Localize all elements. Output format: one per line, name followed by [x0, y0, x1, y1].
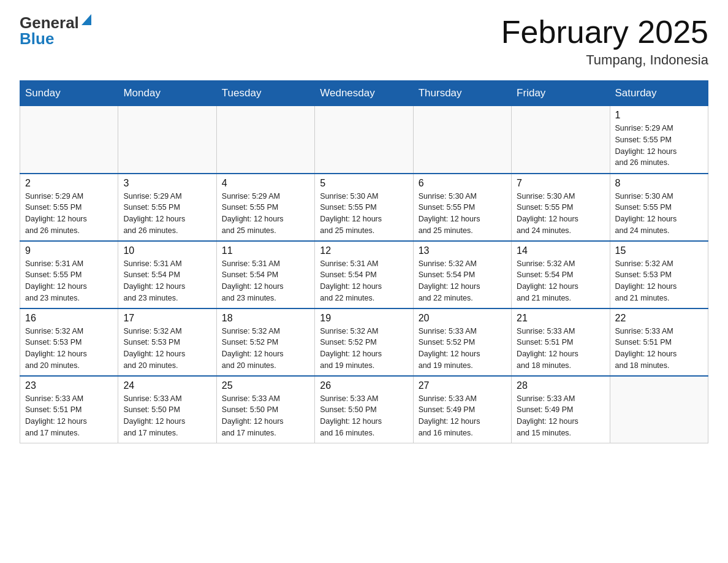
table-row: 25Sunrise: 5:33 AMSunset: 5:50 PMDayligh… — [216, 376, 314, 443]
calendar-subtitle: Tumpang, Indonesia — [501, 52, 708, 68]
header-wednesday: Wednesday — [315, 81, 413, 106]
table-row: 28Sunrise: 5:33 AMSunset: 5:49 PMDayligh… — [512, 376, 610, 443]
day-number: 25 — [222, 380, 309, 391]
table-row — [315, 106, 413, 174]
header-tuesday: Tuesday — [216, 81, 314, 106]
page-header: General Blue February 2025 Tumpang, Indo… — [20, 15, 708, 68]
header-saturday: Saturday — [610, 81, 708, 106]
day-info: Sunrise: 5:33 AMSunset: 5:51 PMDaylight:… — [25, 393, 113, 439]
table-row: 26Sunrise: 5:33 AMSunset: 5:50 PMDayligh… — [315, 376, 413, 443]
day-info: Sunrise: 5:31 AMSunset: 5:54 PMDaylight:… — [222, 258, 309, 304]
table-row: 5Sunrise: 5:30 AMSunset: 5:55 PMDaylight… — [315, 174, 413, 241]
logo-general-text: General — [20, 15, 79, 31]
day-number: 27 — [419, 380, 506, 391]
day-number: 11 — [222, 245, 309, 256]
table-row — [118, 106, 216, 174]
header-friday: Friday — [512, 81, 610, 106]
table-row — [216, 106, 314, 174]
day-number: 10 — [123, 245, 211, 256]
table-row: 22Sunrise: 5:33 AMSunset: 5:51 PMDayligh… — [610, 308, 708, 376]
day-info: Sunrise: 5:32 AMSunset: 5:52 PMDaylight:… — [222, 326, 309, 372]
day-info: Sunrise: 5:30 AMSunset: 5:55 PMDaylight:… — [320, 191, 408, 237]
day-number: 3 — [123, 178, 211, 189]
table-row: 6Sunrise: 5:30 AMSunset: 5:55 PMDaylight… — [413, 174, 511, 241]
table-row: 19Sunrise: 5:32 AMSunset: 5:52 PMDayligh… — [315, 308, 413, 376]
header-monday: Monday — [118, 81, 216, 106]
day-info: Sunrise: 5:33 AMSunset: 5:50 PMDaylight:… — [123, 393, 211, 439]
day-info: Sunrise: 5:33 AMSunset: 5:49 PMDaylight:… — [517, 393, 604, 439]
day-number: 14 — [517, 245, 604, 256]
table-row: 16Sunrise: 5:32 AMSunset: 5:53 PMDayligh… — [20, 308, 118, 376]
table-row: 17Sunrise: 5:32 AMSunset: 5:53 PMDayligh… — [118, 308, 216, 376]
table-row: 20Sunrise: 5:33 AMSunset: 5:52 PMDayligh… — [413, 308, 511, 376]
day-number: 5 — [320, 178, 408, 189]
day-info: Sunrise: 5:29 AMSunset: 5:55 PMDaylight:… — [222, 191, 309, 237]
table-row — [512, 106, 610, 174]
logo-blue-text: Blue — [20, 29, 54, 48]
calendar-title: February 2025 — [501, 15, 708, 50]
table-row: 1Sunrise: 5:29 AMSunset: 5:55 PMDaylight… — [610, 106, 708, 174]
day-info: Sunrise: 5:31 AMSunset: 5:54 PMDaylight:… — [320, 258, 408, 304]
day-number: 12 — [320, 245, 408, 256]
table-row: 9Sunrise: 5:31 AMSunset: 5:55 PMDaylight… — [20, 241, 118, 308]
logo: General Blue — [20, 15, 91, 47]
day-number: 24 — [123, 380, 211, 391]
day-number: 7 — [517, 178, 604, 189]
table-row: 27Sunrise: 5:33 AMSunset: 5:49 PMDayligh… — [413, 376, 511, 443]
calendar-week-row: 9Sunrise: 5:31 AMSunset: 5:55 PMDaylight… — [20, 241, 708, 308]
table-row: 13Sunrise: 5:32 AMSunset: 5:54 PMDayligh… — [413, 241, 511, 308]
day-number: 19 — [320, 313, 408, 324]
day-info: Sunrise: 5:31 AMSunset: 5:55 PMDaylight:… — [25, 258, 113, 304]
day-number: 4 — [222, 178, 309, 189]
day-info: Sunrise: 5:33 AMSunset: 5:49 PMDaylight:… — [419, 393, 506, 439]
day-info: Sunrise: 5:33 AMSunset: 5:52 PMDaylight:… — [419, 326, 506, 372]
day-number: 13 — [419, 245, 506, 256]
day-number: 23 — [25, 380, 113, 391]
table-row: 7Sunrise: 5:30 AMSunset: 5:55 PMDaylight… — [512, 174, 610, 241]
calendar-table: Sunday Monday Tuesday Wednesday Thursday… — [20, 80, 708, 443]
table-row: 14Sunrise: 5:32 AMSunset: 5:54 PMDayligh… — [512, 241, 610, 308]
day-info: Sunrise: 5:30 AMSunset: 5:55 PMDaylight:… — [615, 191, 703, 237]
day-info: Sunrise: 5:32 AMSunset: 5:54 PMDaylight:… — [419, 258, 506, 304]
calendar-week-row: 23Sunrise: 5:33 AMSunset: 5:51 PMDayligh… — [20, 376, 708, 443]
day-info: Sunrise: 5:33 AMSunset: 5:50 PMDaylight:… — [222, 393, 309, 439]
day-info: Sunrise: 5:30 AMSunset: 5:55 PMDaylight:… — [419, 191, 506, 237]
day-info: Sunrise: 5:30 AMSunset: 5:55 PMDaylight:… — [517, 191, 604, 237]
day-number: 15 — [615, 245, 703, 256]
day-info: Sunrise: 5:32 AMSunset: 5:53 PMDaylight:… — [615, 258, 703, 304]
weekday-header-row: Sunday Monday Tuesday Wednesday Thursday… — [20, 81, 708, 106]
day-number: 28 — [517, 380, 604, 391]
table-row: 3Sunrise: 5:29 AMSunset: 5:55 PMDaylight… — [118, 174, 216, 241]
table-row: 24Sunrise: 5:33 AMSunset: 5:50 PMDayligh… — [118, 376, 216, 443]
header-sunday: Sunday — [20, 81, 118, 106]
day-info: Sunrise: 5:29 AMSunset: 5:55 PMDaylight:… — [123, 191, 211, 237]
day-number: 18 — [222, 313, 309, 324]
day-info: Sunrise: 5:33 AMSunset: 5:51 PMDaylight:… — [517, 326, 604, 372]
title-area: February 2025 Tumpang, Indonesia — [501, 15, 708, 68]
table-row: 4Sunrise: 5:29 AMSunset: 5:55 PMDaylight… — [216, 174, 314, 241]
day-info: Sunrise: 5:32 AMSunset: 5:53 PMDaylight:… — [123, 326, 211, 372]
day-number: 20 — [419, 313, 506, 324]
day-info: Sunrise: 5:29 AMSunset: 5:55 PMDaylight:… — [25, 191, 113, 237]
table-row: 8Sunrise: 5:30 AMSunset: 5:55 PMDaylight… — [610, 174, 708, 241]
calendar-week-row: 2Sunrise: 5:29 AMSunset: 5:55 PMDaylight… — [20, 174, 708, 241]
calendar-week-row: 16Sunrise: 5:32 AMSunset: 5:53 PMDayligh… — [20, 308, 708, 376]
table-row: 15Sunrise: 5:32 AMSunset: 5:53 PMDayligh… — [610, 241, 708, 308]
day-info: Sunrise: 5:32 AMSunset: 5:52 PMDaylight:… — [320, 326, 408, 372]
table-row: 11Sunrise: 5:31 AMSunset: 5:54 PMDayligh… — [216, 241, 314, 308]
day-info: Sunrise: 5:29 AMSunset: 5:55 PMDaylight:… — [615, 123, 703, 169]
table-row — [610, 376, 708, 443]
day-number: 2 — [25, 178, 113, 189]
table-row: 2Sunrise: 5:29 AMSunset: 5:55 PMDaylight… — [20, 174, 118, 241]
day-number: 17 — [123, 313, 211, 324]
table-row: 18Sunrise: 5:32 AMSunset: 5:52 PMDayligh… — [216, 308, 314, 376]
day-number: 6 — [419, 178, 506, 189]
table-row: 12Sunrise: 5:31 AMSunset: 5:54 PMDayligh… — [315, 241, 413, 308]
day-info: Sunrise: 5:31 AMSunset: 5:54 PMDaylight:… — [123, 258, 211, 304]
table-row: 23Sunrise: 5:33 AMSunset: 5:51 PMDayligh… — [20, 376, 118, 443]
calendar-week-row: 1Sunrise: 5:29 AMSunset: 5:55 PMDaylight… — [20, 106, 708, 174]
svg-marker-0 — [82, 14, 91, 25]
day-number: 8 — [615, 178, 703, 189]
logo-triangle-icon — [79, 14, 91, 29]
day-info: Sunrise: 5:33 AMSunset: 5:51 PMDaylight:… — [615, 326, 703, 372]
